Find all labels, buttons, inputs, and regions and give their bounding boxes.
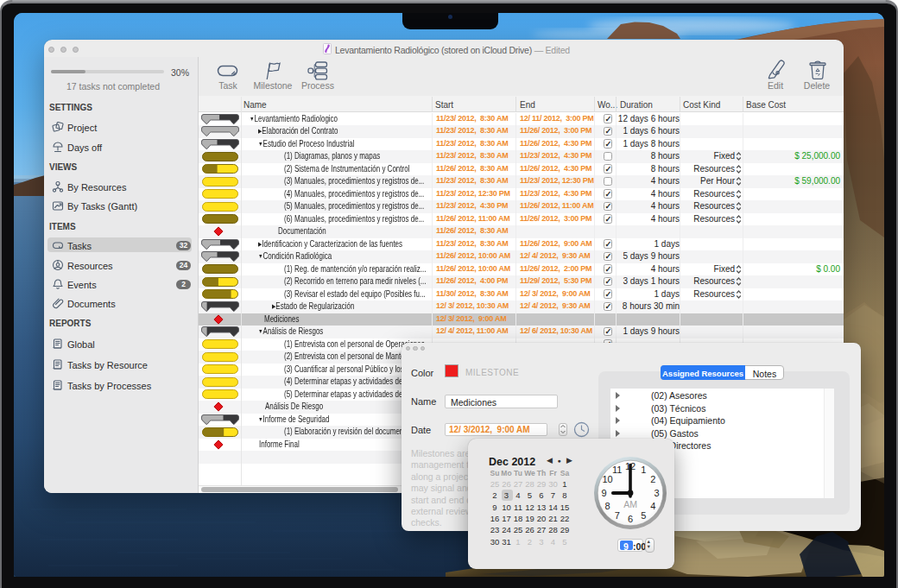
svg-text:11: 11 — [612, 465, 622, 475]
svg-text:2: 2 — [650, 474, 655, 484]
svg-text:3: 3 — [654, 488, 659, 498]
svg-text:5: 5 — [641, 510, 646, 521]
svg-text:6: 6 — [628, 514, 633, 524]
svg-text:8: 8 — [605, 501, 610, 511]
svg-text:4: 4 — [650, 501, 655, 511]
svg-text:9: 9 — [601, 488, 606, 498]
svg-text:1: 1 — [641, 465, 646, 475]
svg-text:7: 7 — [615, 510, 620, 521]
svg-text:10: 10 — [602, 474, 612, 484]
svg-text:AM: AM — [623, 499, 637, 509]
